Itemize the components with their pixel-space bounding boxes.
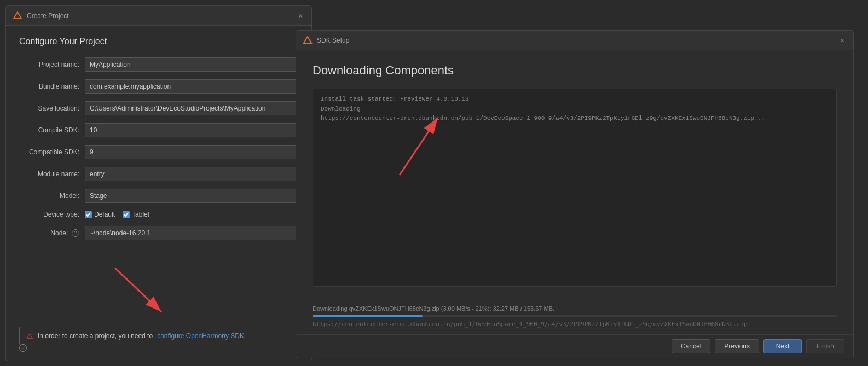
compile-sdk-label: Compile SDK:: [19, 126, 79, 134]
sdk-setup-title: SDK Setup: [317, 37, 834, 44]
save-location-input[interactable]: [85, 101, 298, 115]
node-help-icon[interactable]: ?: [72, 229, 79, 237]
bundle-name-input[interactable]: [85, 79, 298, 94]
configure-project-title: Configure Your Project: [19, 37, 298, 47]
sdk-action-bar: Cancel Previous Next Finish: [296, 334, 853, 358]
model-label: Model:: [19, 192, 79, 200]
model-input[interactable]: [85, 189, 298, 203]
error-icon: ⚠: [26, 332, 33, 340]
project-name-input[interactable]: [85, 57, 298, 72]
sdk-console-area: Install task started: Previewer 4.0.10.1…: [313, 89, 837, 287]
sdk-setup-close-button[interactable]: ×: [838, 36, 847, 45]
previous-button[interactable]: Previous: [715, 339, 759, 353]
save-location-row: Save location:: [19, 101, 298, 115]
module-name-input[interactable]: [85, 167, 298, 181]
sdk-logo-icon: [303, 36, 313, 45]
next-button[interactable]: Next: [763, 339, 802, 353]
create-project-bottom: ⚠ In order to create a project, you need…: [6, 321, 311, 361]
cancel-button[interactable]: Cancel: [672, 339, 710, 353]
node-input[interactable]: [85, 226, 298, 240]
device-default-checkbox[interactable]: [85, 211, 92, 218]
create-project-close-button[interactable]: ×: [296, 11, 305, 20]
compatible-sdk-label: Compatible SDK:: [19, 148, 79, 156]
footer-help-icon[interactable]: ?: [19, 344, 27, 352]
module-name-label: Module name:: [19, 170, 79, 178]
error-bar: ⚠ In order to create a project, you need…: [19, 327, 298, 345]
node-row: Node: ?: [19, 226, 298, 240]
model-row: Model:: [19, 189, 298, 203]
progress-bar-container: [313, 315, 837, 317]
module-name-row: Module name:: [19, 167, 298, 181]
compile-sdk-input[interactable]: [85, 123, 298, 137]
device-default-checkbox-item[interactable]: Default: [85, 211, 115, 218]
progress-url: https://contentcenter-drcn.dbankcdn.cn/p…: [313, 321, 837, 328]
bundle-name-row: Bundle name:: [19, 79, 298, 94]
save-location-label: Save location:: [19, 104, 79, 112]
configure-sdk-link[interactable]: configure OpenHarmony SDK: [157, 332, 244, 340]
project-name-row: Project name:: [19, 57, 298, 72]
device-type-label: Device type:: [19, 211, 79, 218]
device-type-row: Device type: Default Tablet: [19, 211, 298, 218]
compile-sdk-row: Compile SDK:: [19, 123, 298, 137]
svg-marker-0: [14, 12, 21, 19]
create-project-window: Create Project × Configure Your Project …: [5, 5, 312, 361]
error-message-prefix: In order to create a project, you need t…: [38, 332, 153, 340]
device-tablet-checkbox-item[interactable]: Tablet: [123, 211, 149, 218]
project-name-label: Project name:: [19, 61, 79, 68]
finish-button[interactable]: Finish: [806, 339, 844, 353]
device-tablet-label: Tablet: [132, 211, 149, 218]
svg-marker-1: [304, 37, 311, 43]
create-project-title: Create Project: [27, 12, 292, 20]
device-default-label: Default: [94, 211, 115, 218]
app-logo-icon: [13, 11, 22, 21]
sdk-body-title: Downloading Components: [313, 63, 837, 78]
footer-help: ?: [19, 344, 27, 352]
compatible-sdk-row: Compatible SDK:: [19, 145, 298, 159]
node-label: Node: ?: [19, 229, 79, 237]
create-project-body: Configure Your Project Project name: Bun…: [6, 26, 311, 321]
console-line-2: Downloading: [321, 104, 829, 114]
sdk-setup-window: SDK Setup × Downloading Components Insta…: [296, 30, 854, 358]
sdk-setup-titlebar: SDK Setup ×: [296, 31, 853, 50]
device-tablet-checkbox[interactable]: [123, 211, 130, 218]
sdk-footer: Downloading qvZXKEx1SwuONJFH68cN3g.zip (…: [296, 300, 853, 334]
console-line-3: https://contentcenter-drcn.dbankcdn.cn/p…: [321, 114, 829, 124]
bundle-name-label: Bundle name:: [19, 83, 79, 90]
create-project-titlebar: Create Project ×: [6, 6, 311, 26]
compatible-sdk-input[interactable]: [85, 145, 298, 159]
sdk-setup-body: Downloading Components Install task star…: [296, 50, 853, 300]
console-line-1: Install task started: Previewer 4.0.10.1…: [321, 95, 829, 104]
progress-bar-fill: [313, 315, 423, 317]
progress-status: Downloading qvZXKEx1SwuONJFH68cN3g.zip (…: [313, 305, 837, 312]
device-type-checkboxes: Default Tablet: [85, 211, 149, 218]
